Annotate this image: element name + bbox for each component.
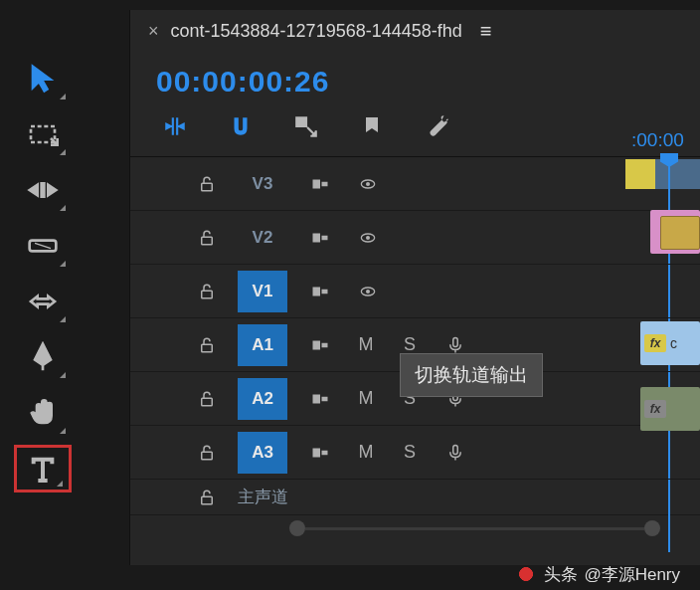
toggle-output-icon[interactable] <box>353 230 383 246</box>
clip-v3-tag[interactable] <box>660 216 700 250</box>
linked-selection-icon[interactable] <box>291 112 321 140</box>
svg-rect-20 <box>322 342 328 347</box>
track-label[interactable]: A3 <box>238 432 287 474</box>
track-label[interactable]: V2 <box>238 217 287 259</box>
attribution: 头条 @李源Henry <box>514 562 680 586</box>
mute-button[interactable]: M <box>353 334 379 355</box>
svg-rect-10 <box>322 235 328 240</box>
sync-lock-icon[interactable] <box>305 336 335 354</box>
fx-badge-icon: fx <box>644 400 666 418</box>
toggle-output-icon[interactable] <box>353 176 383 192</box>
svg-rect-21 <box>453 337 458 346</box>
svg-rect-14 <box>313 287 321 295</box>
sync-lock-icon[interactable] <box>305 444 335 462</box>
svg-rect-26 <box>202 452 213 460</box>
track-a3[interactable]: A3 M S <box>130 426 700 480</box>
track-label[interactable]: V1 <box>238 271 287 312</box>
svg-rect-30 <box>202 496 213 504</box>
track-label[interactable]: A1 <box>238 324 287 366</box>
selection-tool[interactable] <box>14 55 72 102</box>
pen-tool[interactable] <box>14 333 72 381</box>
scroll-handle-left[interactable] <box>289 520 305 536</box>
tooltip: 切换轨道输出 <box>400 353 543 397</box>
timecode-display[interactable]: 00:00:00:26 <box>130 47 700 112</box>
lock-icon[interactable] <box>194 488 220 507</box>
svg-rect-22 <box>202 398 213 406</box>
lock-icon[interactable] <box>194 389 220 409</box>
svg-rect-3 <box>202 183 213 191</box>
svg-line-2 <box>35 243 51 248</box>
sync-lock-icon[interactable] <box>305 283 335 300</box>
svg-rect-27 <box>313 448 321 457</box>
svg-rect-15 <box>322 289 328 294</box>
track-label[interactable]: A2 <box>238 378 287 420</box>
razor-tool[interactable] <box>14 222 72 270</box>
track-label[interactable]: V3 <box>238 163 287 205</box>
type-tool[interactable] <box>14 445 72 492</box>
tracks-area: V3 V2 V1 A1 M S A2 <box>130 156 700 515</box>
svg-point-17 <box>366 290 370 294</box>
solo-button[interactable]: S <box>397 334 423 355</box>
svg-rect-9 <box>313 233 321 242</box>
solo-button[interactable]: S <box>397 442 423 463</box>
svg-rect-19 <box>313 340 321 349</box>
pen-icon <box>27 341 59 373</box>
toggle-output-icon[interactable] <box>353 284 383 299</box>
svg-rect-5 <box>322 181 328 186</box>
cursor-icon <box>27 63 59 95</box>
attribution-prefix: 头条 <box>544 563 578 586</box>
fx-badge-icon: fx <box>644 334 666 352</box>
mute-button[interactable]: M <box>353 388 379 409</box>
lock-icon[interactable] <box>194 443 220 463</box>
slip-tool[interactable] <box>14 278 72 325</box>
razor-icon <box>27 230 59 262</box>
type-icon <box>27 453 59 485</box>
marker-icon[interactable] <box>357 112 387 140</box>
settings-wrench-icon[interactable] <box>423 112 452 140</box>
slip-icon <box>27 286 59 317</box>
sequence-name[interactable]: cont-1543884-12719568-144458-fhd <box>171 21 462 42</box>
toutiao-logo-icon <box>514 562 538 586</box>
clip-text: c <box>670 335 677 351</box>
mute-button[interactable]: M <box>353 442 379 463</box>
panel-header: × cont-1543884-12719568-144458-fhd ≡ <box>130 10 700 47</box>
svg-rect-28 <box>322 450 328 455</box>
insert-mode-icon[interactable] <box>160 112 190 140</box>
timeline-toolbar <box>130 112 700 156</box>
hand-icon <box>27 397 59 429</box>
track-v3[interactable]: V3 <box>130 157 700 211</box>
snap-icon[interactable] <box>226 112 256 140</box>
voiceover-icon[interactable] <box>440 442 470 464</box>
ripple-icon <box>27 174 59 206</box>
sync-lock-icon[interactable] <box>305 175 335 193</box>
timeline-panel: × cont-1543884-12719568-144458-fhd ≡ 00:… <box>129 10 700 565</box>
svg-rect-29 <box>453 445 458 454</box>
svg-rect-13 <box>202 291 213 298</box>
track-v1[interactable]: V1 <box>130 265 700 318</box>
horizontal-scrollbar[interactable] <box>289 521 660 535</box>
lock-icon[interactable] <box>194 282 220 301</box>
svg-rect-18 <box>202 344 213 352</box>
ripple-edit-tool[interactable] <box>14 166 72 214</box>
track-select-tool[interactable] <box>14 110 72 158</box>
sync-lock-icon[interactable] <box>305 229 335 247</box>
svg-rect-23 <box>313 394 321 403</box>
attribution-handle: @李源Henry <box>584 563 680 586</box>
svg-point-7 <box>366 182 370 186</box>
panel-menu-icon[interactable]: ≡ <box>480 20 492 43</box>
marquee-icon <box>27 118 59 150</box>
lock-icon[interactable] <box>194 228 220 248</box>
master-label: 主声道 <box>238 486 288 508</box>
track-master[interactable]: 主声道 <box>130 480 700 515</box>
scroll-handle-right[interactable] <box>644 520 660 536</box>
clip-a1[interactable]: fx <box>640 387 700 431</box>
lock-icon[interactable] <box>194 174 220 194</box>
svg-rect-8 <box>202 237 213 245</box>
scroll-track[interactable] <box>305 527 644 530</box>
track-v2[interactable]: V2 <box>130 211 700 265</box>
clip-v1[interactable]: fx c <box>640 321 700 365</box>
sync-lock-icon[interactable] <box>305 390 335 408</box>
close-tab-button[interactable]: × <box>148 21 159 42</box>
hand-tool[interactable] <box>14 389 72 437</box>
lock-icon[interactable] <box>194 335 220 355</box>
